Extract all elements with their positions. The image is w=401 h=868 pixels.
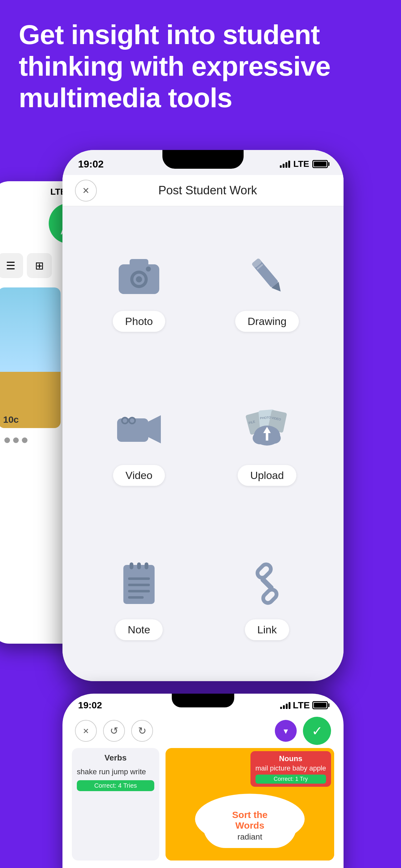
undo-button[interactable]: ↺ (103, 720, 125, 742)
header-title: Post Student Work (106, 184, 309, 197)
phone-main: 19:02 LTE × Post Student Work (63, 150, 343, 681)
nouns-title: Nouns (256, 754, 326, 763)
svg-rect-31 (128, 584, 150, 586)
b3 (286, 704, 288, 709)
note-label: Note (115, 619, 163, 640)
card-ground: 10c (0, 372, 61, 428)
nouns-correct-badge: Correct: 1 Try (256, 775, 326, 784)
video-camera-icon (114, 404, 164, 454)
dot-2 (13, 437, 19, 443)
close-icon: × (82, 184, 89, 197)
verbs-correct-badge: Correct: 4 Tries (77, 780, 154, 791)
verbs-title: Verbs (77, 753, 154, 763)
sort-word: radiant (222, 832, 278, 842)
svg-point-4 (136, 276, 142, 282)
upload-icon-wrap: FILE PHOTO VIDEO (239, 401, 295, 458)
svg-rect-28 (137, 562, 141, 569)
bar-1 (280, 165, 282, 168)
svg-rect-1 (130, 259, 148, 267)
link-label: Link (245, 619, 289, 640)
note-icon-wrap (111, 556, 167, 612)
drawing-label: Drawing (235, 311, 299, 332)
b4 (289, 702, 291, 709)
option-upload[interactable]: FILE PHOTO VIDEO Upload (203, 367, 331, 521)
bottom-notch (172, 694, 234, 707)
dot-1 (4, 437, 10, 443)
nouns-words: mail picture baby apple (256, 763, 326, 773)
photo-label: Photo (113, 311, 166, 332)
card-sky (0, 287, 61, 372)
status-right-group: LTE (280, 159, 328, 169)
video-label: Video (113, 465, 165, 486)
bottom-toolbar: × ↺ ↻ ▾ ✓ (63, 714, 343, 748)
redo-button[interactable]: ↻ (131, 720, 153, 742)
svg-point-15 (130, 418, 134, 423)
link-icon-wrap (239, 556, 295, 612)
battery-icon (312, 160, 328, 168)
svg-rect-32 (128, 590, 150, 592)
sort-activity-area: Verbs shake run jump write Correct: 4 Tr… (72, 748, 334, 861)
sort-oval: Sort the Words radiant (203, 803, 297, 848)
grid-icon: ⊞ (35, 259, 44, 272)
list-view-button[interactable]: ☰ (0, 253, 23, 278)
camera-icon (114, 250, 164, 300)
dot-3 (22, 437, 28, 443)
option-video[interactable]: Video (75, 367, 203, 521)
svg-point-5 (146, 267, 151, 272)
verbs-panel: Verbs shake run jump write Correct: 4 Tr… (72, 748, 159, 861)
bottom-close-button[interactable]: × (75, 720, 97, 742)
signal-bars (280, 160, 290, 168)
redo-icon: ↻ (138, 725, 146, 737)
battery-fill (314, 161, 326, 166)
close-button[interactable]: × (75, 180, 97, 202)
svg-rect-30 (128, 578, 150, 580)
app-header: × Post Student Work (63, 175, 343, 206)
svg-rect-33 (128, 596, 144, 599)
bottom-lte: LTE (293, 700, 310, 711)
option-link[interactable]: Link (203, 521, 331, 675)
check-button[interactable]: ✓ (303, 717, 331, 745)
svg-rect-34 (256, 562, 273, 580)
phone-bottom-inner: 19:02 LTE × ↺ (63, 694, 343, 868)
down-arrow-icon: ▾ (283, 726, 288, 736)
cloud-upload-icon: FILE PHOTO VIDEO (242, 404, 292, 454)
down-arrow-button[interactable]: ▾ (275, 720, 297, 742)
option-note[interactable]: Note (75, 521, 203, 675)
bottom-time: 19:02 (78, 700, 102, 711)
pencil-icon (242, 250, 292, 300)
bottom-signal (280, 702, 291, 709)
bottom-close-icon: × (83, 725, 89, 737)
b2 (283, 705, 285, 709)
hero-heading: Get insight into student thinking with e… (19, 19, 382, 114)
photo-icon-wrap (111, 247, 167, 303)
svg-rect-29 (144, 562, 148, 569)
bar-3 (286, 162, 287, 168)
svg-point-24 (267, 432, 281, 444)
left-content-card: 10c (0, 287, 61, 428)
drawing-icon-wrap (239, 247, 295, 303)
options-grid: Photo Drawing (63, 206, 343, 681)
sort-the-words-title: Sort the Words (222, 810, 278, 831)
svg-point-23 (253, 432, 268, 444)
svg-marker-11 (148, 415, 161, 443)
undo-icon: ↺ (110, 725, 119, 737)
nouns-panel: Nouns mail picture baby apple Correct: 1… (250, 751, 331, 787)
option-drawing[interactable]: Drawing (203, 213, 331, 367)
notepad-icon (114, 559, 164, 609)
video-icon-wrap (111, 401, 167, 458)
lte-label: LTE (293, 159, 309, 169)
grid-view-button[interactable]: ⊞ (27, 253, 52, 278)
phone-main-inner: 19:02 LTE × Post Student Work (63, 150, 343, 681)
bar-4 (288, 161, 290, 168)
svg-rect-27 (130, 562, 133, 569)
bottom-battery (312, 701, 328, 709)
phone-bottom: 19:02 LTE × ↺ (63, 694, 343, 868)
list-icon: ☰ (6, 259, 15, 272)
comic-area: Nouns mail picture baby apple Correct: 1… (166, 748, 334, 861)
svg-rect-36 (260, 576, 274, 591)
bottom-battery-fill (314, 703, 326, 708)
option-photo[interactable]: Photo (75, 213, 203, 367)
verbs-words: shake run jump write (77, 766, 154, 778)
chain-link-icon (242, 559, 292, 609)
upload-label: Upload (238, 465, 296, 486)
